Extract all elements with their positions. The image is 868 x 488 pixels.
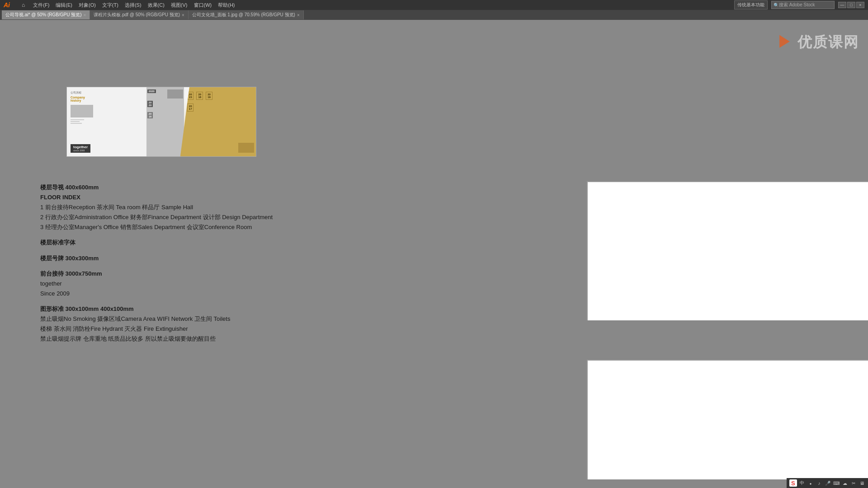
traditional-mode-button[interactable]: 传统基本功能 [734,0,768,9]
doc-tab-label-3: 公司文化墙_面板 1.jpg @ 70.59% (RGB/GPU 预览) [192,12,295,18]
floor-index-line1: 1 前台接待Reception 茶水间 Tea room 样品厅 Sample … [40,202,366,212]
menu-edit[interactable]: 编辑(E) [53,1,75,9]
title-bar: Ai ⌂ 文件(F) 编辑(E) 对象(O) 文字(T) 选择(S) 效果(C)… [0,0,868,10]
floor-index-subtitle: FLOOR INDEX [40,192,366,202]
minimize-button[interactable]: — [838,2,846,8]
floor-font-title: 楼层标准字体 [40,238,366,248]
graphic-title: 图形标准 300x100mm 400x100mm [40,304,366,314]
taskbar-s-icon: S [789,479,797,487]
doc-tab-active[interactable]: 公司导视.ai* @ 50% (RGB/GPU 预览) × [2,10,90,19]
reception-since: Since 2009 [40,289,366,299]
reception-section: 前台接待 3000x750mm together Since 2009 [40,269,366,299]
doc-tab-close-2[interactable]: × [182,13,184,18]
doc-tab-3[interactable]: 公司文化墙_面板 1.jpg @ 70.59% (RGB/GPU 预览) × [189,10,304,19]
menu-bar: 文件(F) 编辑(E) 对象(O) 文字(T) 选择(S) 效果(C) 视图(V… [30,1,729,9]
graphic-line3: 禁止吸烟提示牌 仓库重地 纸质品比较多 所以禁止吸烟要做的醒目些 [40,334,366,344]
taskbar-icon-8: 🖥 [859,479,865,487]
doc-tab-2[interactable]: 课程片头模板.pdf @ 50% (RGB/GPU 预览) × [90,10,189,19]
graphic-line1: 禁止吸烟No Smoking 摄像区域Camera Area WIFI Netw… [40,314,366,324]
doc-tab-label-1: 公司导视.ai* @ 50% (RGB/GPU 预览) [5,12,82,18]
floor-font-section: 楼层标准字体 [40,238,366,248]
title-bar-right: 传统基本功能 🔍 搜索 Adobe Stock — □ × [734,0,864,9]
reception-title: 前台接待 3000x750mm [40,269,366,279]
menu-file[interactable]: 文件(F) [30,1,52,9]
taskbar-icon-1: 中 [799,479,806,487]
taskbar: S 中 ⬥ ♪ 🎤 ⌨ ☁ ✂ 🖥 [787,478,868,488]
canvas-area: ▶ 优质课网 公司历程 Companyhistory [0,20,868,488]
graphic-line2: 楼梯 茶水间 消防栓Fire Hydrant 灭火器 Fire Extingui… [40,324,366,334]
menu-window[interactable]: 窗口(W) [191,1,215,9]
taskbar-icon-4: 🎤 [824,479,831,487]
document-preview: 公司历程 Companyhistory together since 2008 [66,87,256,157]
taskbar-icon-6: ☁ [841,479,848,487]
preview-since: since 2008 [73,149,88,152]
doc-title-bar: 公司导视.ai* @ 50% (RGB/GPU 预览) × 课程片头模板.pdf… [0,10,868,20]
ai-logo: Ai [4,1,16,9]
menu-object[interactable]: 对象(O) [76,1,99,9]
text-content: 楼层导视 400x600mm FLOOR INDEX 1 前台接待Recepti… [40,183,366,349]
floor-sign-title: 楼层号牌 300x300mm [40,253,366,263]
taskbar-icon-2: ⬥ [807,479,814,487]
menu-view[interactable]: 视图(V) [168,1,190,9]
menu-effect[interactable]: 效果(C) [145,1,167,9]
taskbar-icon-3: ♪ [816,479,823,487]
floor-index-section: 楼层导视 400x600mm FLOOR INDEX 1 前台接待Recepti… [40,183,366,232]
floor-sign-section: 楼层号牌 300x300mm [40,253,366,263]
preview-together: together [73,145,88,149]
floor-index-line3: 3 经理办公室Manager's Office 销售部Sales Departm… [40,222,366,232]
floor-index-line2: 2 行政办公室Administration Office 财务部Finance … [40,212,366,222]
menu-text[interactable]: 文字(T) [99,1,121,9]
watermark-text: 优质课网 [797,34,859,50]
maximize-button[interactable]: □ [847,2,855,8]
reception-together: together [40,279,366,289]
right-panel-top [587,181,868,320]
menu-help[interactable]: 帮助(H) [215,1,237,9]
search-placeholder: 搜索 Adobe Stock [779,2,815,8]
window-controls: — □ × [838,2,864,8]
doc-tab-close-3[interactable]: × [297,13,300,18]
search-box[interactable]: 🔍 搜索 Adobe Stock [771,1,835,9]
preview-inner: 公司历程 Companyhistory together since 2008 [67,87,256,156]
taskbar-icon-7: ✂ [850,479,857,487]
floor-index-title: 楼层导视 400x600mm [40,183,366,192]
watermark: ▶ 优质课网 [777,33,859,52]
doc-tab-label-2: 课程片头模板.pdf @ 50% (RGB/GPU 预览) [94,12,180,18]
close-button[interactable]: × [856,2,864,8]
taskbar-icon-5: ⌨ [833,479,840,487]
graphic-section: 图形标准 300x100mm 400x100mm 禁止吸烟No Smoking … [40,304,366,344]
menu-select[interactable]: 选择(S) [122,1,144,9]
doc-tab-close-1[interactable]: × [84,13,86,18]
home-icon[interactable]: ⌂ [22,2,25,8]
right-panel-bottom [587,360,868,479]
